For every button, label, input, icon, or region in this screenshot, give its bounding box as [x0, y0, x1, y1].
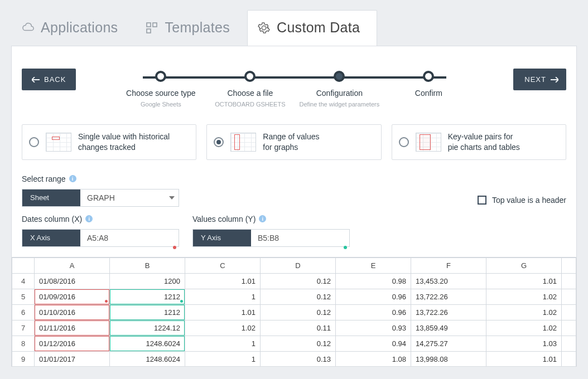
next-button[interactable]: NEXT [513, 69, 566, 90]
table-row[interactable]: 601/10/201612121.010.120.9613,722.261.02 [12, 304, 576, 320]
cell[interactable]: 01/08/2016 [35, 273, 110, 289]
cell[interactable]: 1.02 [185, 320, 261, 336]
choice-single-value[interactable]: Single value with historicalchanges trac… [22, 124, 196, 160]
cell[interactable]: 1248.6024 [110, 351, 185, 366]
step-title: Choose source type [116, 89, 205, 98]
tab-templates[interactable]: Templates [135, 10, 247, 46]
cell[interactable]: 0.13 [261, 351, 336, 366]
next-label: NEXT [524, 75, 546, 84]
cell[interactable]: 1.01 [185, 304, 261, 320]
col-header[interactable]: G [486, 257, 562, 273]
cell[interactable]: 1200 [110, 273, 185, 289]
tab-label: Applications [41, 20, 118, 36]
table-row[interactable]: 401/08/201612001.010.120.9813,453.201.01 [12, 273, 576, 289]
cell[interactable]: 1.01 [185, 273, 261, 289]
cell[interactable]: 1248.6024 [110, 336, 185, 351]
cell[interactable]: 1.01 [486, 351, 562, 366]
sheet-select[interactable]: Sheet GRAPH [22, 189, 179, 207]
cell[interactable]: 01/10/2016 [35, 304, 110, 320]
cell[interactable]: 0.12 [261, 289, 336, 304]
cell[interactable]: 1212 [110, 289, 185, 304]
cell[interactable]: 0.11 [261, 320, 336, 336]
x-axis-input[interactable]: X Axis A5:A8 [22, 229, 179, 247]
cell[interactable]: 1.02 [486, 320, 562, 336]
col-header[interactable]: F [411, 257, 486, 273]
choice-key-value[interactable]: Key-value pairs forpie charts and tables [392, 124, 566, 160]
cell[interactable]: 1.02 [486, 289, 562, 304]
cell[interactable]: 1.02 [486, 304, 562, 320]
cell[interactable]: 0.93 [336, 320, 411, 336]
choice-range[interactable]: Range of valuesfor graphs [206, 124, 381, 160]
y-axis-block: Values column (Y) i Y Axis B5:B8 [192, 215, 350, 247]
choice-text: Range of valuesfor graphs [263, 132, 319, 153]
tab-label: Custom Data [277, 20, 360, 36]
table-row[interactable]: 901/01/20171248.602410.131.0813,998.081.… [12, 351, 576, 366]
cell[interactable]: 1.03 [486, 336, 562, 351]
cell[interactable]: 0.96 [336, 289, 411, 304]
cell[interactable]: 13,722.26 [411, 289, 486, 304]
tab-custom-data[interactable]: Custom Data [247, 10, 377, 46]
row-number[interactable]: 6 [12, 304, 35, 320]
tab-applications[interactable]: Applications [11, 10, 135, 46]
step-confirm[interactable]: Confirm [384, 71, 473, 108]
cell[interactable]: 1 [185, 351, 261, 366]
select-range-label: Select range i [22, 174, 179, 183]
cell[interactable]: 13,722.26 [411, 304, 486, 320]
row-number[interactable]: 8 [12, 336, 35, 351]
wizard-steps: Choose source type Google Sheets Choose … [116, 69, 473, 108]
column-header-row: A B C D E F G [12, 257, 576, 273]
cell[interactable]: 1 [185, 289, 261, 304]
arrow-right-icon [551, 77, 558, 82]
row-number[interactable]: 7 [12, 320, 35, 336]
top-header-checkbox[interactable]: Top value is a header [478, 196, 566, 207]
cell[interactable]: 01/09/2016 [35, 289, 110, 304]
cell[interactable]: 0.98 [336, 273, 411, 289]
cell[interactable]: 0.12 [261, 336, 336, 351]
col-header[interactable]: B [110, 257, 185, 273]
step-title: Confirm [384, 89, 473, 98]
cell[interactable]: 13,453.20 [411, 273, 486, 289]
table-row[interactable]: 501/09/2016121210.120.9613,722.261.02 [12, 289, 576, 304]
col-header[interactable]: D [261, 257, 336, 273]
cell[interactable]: 01/12/2016 [35, 336, 110, 351]
sheet-value: GRAPH [80, 190, 165, 206]
svg-rect-1 [153, 23, 157, 27]
cell[interactable]: 0.96 [336, 304, 411, 320]
cell[interactable]: 01/01/2017 [35, 351, 110, 366]
cell[interactable]: 1.01 [486, 273, 562, 289]
back-label: BACK [44, 75, 66, 84]
info-icon[interactable]: i [259, 215, 266, 222]
table-row[interactable]: 801/12/20161248.602410.120.9414,275.271.… [12, 336, 576, 351]
row-number[interactable]: 4 [12, 273, 35, 289]
step-choose-file[interactable]: Choose a file OCTOBOARD GSHEETS [205, 71, 295, 108]
cell[interactable]: 0.94 [336, 336, 411, 351]
cell[interactable]: 1224.12 [110, 320, 185, 336]
cell[interactable]: 0.12 [261, 304, 336, 320]
cell[interactable]: 0.12 [261, 273, 336, 289]
step-sub: OCTOBOARD GSHEETS [205, 101, 295, 108]
back-button[interactable]: BACK [22, 69, 76, 90]
table-row[interactable]: 701/11/20161224.121.020.110.9313,859.491… [12, 320, 576, 336]
radio-icon [29, 137, 39, 147]
cell[interactable]: 1212 [110, 304, 185, 320]
col-header[interactable]: E [336, 257, 411, 273]
cell[interactable]: 13,859.49 [411, 320, 486, 336]
col-header[interactable]: A [35, 257, 110, 273]
spreadsheet-preview[interactable]: A B C D E F G 401/08/201612001.010.120.9… [12, 257, 576, 366]
y-axis-input[interactable]: Y Axis B5:B8 [192, 229, 350, 247]
cell[interactable]: 01/11/2016 [35, 320, 110, 336]
svg-rect-0 [147, 23, 151, 27]
cell[interactable]: 13,998.08 [411, 351, 486, 366]
cell[interactable]: 1.08 [336, 351, 411, 366]
radio-icon [214, 137, 224, 147]
choice-text: Single value with historicalchanges trac… [78, 132, 170, 153]
cell[interactable]: 14,275.27 [411, 336, 486, 351]
step-source-type[interactable]: Choose source type Google Sheets [116, 71, 205, 108]
step-configuration[interactable]: Configuration Define the widget paramete… [295, 71, 384, 108]
info-icon[interactable]: i [69, 175, 76, 182]
col-header[interactable]: C [185, 257, 261, 273]
info-icon[interactable]: i [85, 215, 93, 222]
row-number[interactable]: 5 [12, 289, 35, 304]
row-number[interactable]: 9 [12, 351, 35, 366]
cell[interactable]: 1 [185, 336, 261, 351]
